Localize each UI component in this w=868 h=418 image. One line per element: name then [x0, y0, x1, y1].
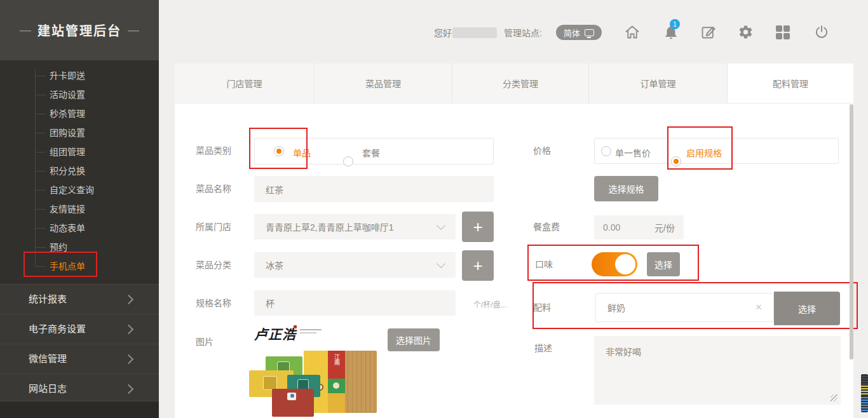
sidebar-section-label: 微信管理: [29, 353, 67, 364]
toggle-knob: [615, 254, 635, 274]
dish-name-label: 菜品名称: [196, 182, 231, 195]
photo-brand-smallprint: [300, 332, 316, 334]
sidebar-item-card-upgrade-gift[interactable]: 升卡即送: [0, 66, 159, 85]
spec-name-input[interactable]: 杯: [254, 290, 456, 316]
settings-gear-icon[interactable]: [738, 24, 754, 40]
store-select[interactable]: 青青原上草2,青青原上草咖啡厅1: [254, 214, 456, 239]
sidebar-item-friend-links[interactable]: 友情链接: [0, 199, 159, 219]
sidebar-item-flash-sale[interactable]: 秒杀管理: [0, 104, 159, 123]
apps-grid-icon[interactable]: [776, 25, 790, 39]
tab-dish-management[interactable]: 菜品管理: [315, 64, 452, 103]
plus-icon: +: [473, 219, 482, 235]
photo-box-text: 江南: [334, 354, 339, 365]
choose-spec-button[interactable]: 选择规格: [594, 176, 658, 201]
photo-brand-seal: [294, 325, 297, 328]
radio-set-meal-label[interactable]: 套餐: [362, 146, 380, 159]
flavor-choose-button[interactable]: 选择: [647, 252, 680, 276]
sidebar-sections: 统计报表 电子商务设置 微信管理 网站日志: [0, 284, 159, 403]
chevron-right-icon: [124, 325, 134, 335]
box-fee-input[interactable]: 0.00 元/份: [594, 215, 684, 239]
greeting-text: 您好: [434, 27, 452, 39]
manage-site-label: 管理站点:: [504, 27, 542, 39]
choose-image-button[interactable]: 选择图片: [388, 328, 440, 351]
language-pill-label: 简体: [564, 27, 580, 39]
category-label: 菜品分类: [196, 259, 231, 271]
app-title: 建站管理后台: [37, 21, 121, 39]
chevron-right-icon: [124, 354, 134, 365]
sidebar-item-reservation[interactable]: 预约: [0, 238, 159, 257]
spec-name-hint: 个/杯/盘...: [473, 299, 507, 309]
radio-enable-specs-label[interactable]: 启用规格: [686, 146, 722, 159]
language-pill-button[interactable]: 简体: [556, 25, 602, 40]
photo-brand-text: 卢正浩: [254, 324, 296, 343]
sidebar-item-custom-query[interactable]: 自定义查询: [0, 180, 159, 199]
store-label: 所属门店: [196, 220, 231, 233]
stripe-segment-gray: [861, 374, 868, 384]
tab-order-management[interactable]: 订单管理: [589, 64, 728, 103]
tab-store-management[interactable]: 门店管理: [175, 64, 315, 103]
radio-single-price-label[interactable]: 单一售价: [615, 146, 651, 159]
sidebar-item-group-buy[interactable]: 团购设置: [0, 123, 159, 142]
radio-single-item[interactable]: [274, 146, 284, 156]
dish-photo: 卢正浩 江南: [248, 323, 384, 418]
radio-single-price[interactable]: [601, 146, 611, 156]
dish-type-group: 单品 套餐: [254, 138, 494, 165]
clear-icon[interactable]: ×: [756, 301, 762, 314]
chevron-down-icon: [437, 221, 445, 230]
sidebar-section-label: 网站日志: [29, 383, 67, 394]
panel-scrollbar-thumb[interactable]: [850, 104, 853, 360]
sidebar-section-label: 统计报表: [29, 293, 67, 304]
sidebar-item-mobile-ordering[interactable]: 手机点单: [0, 257, 159, 276]
resize-grip[interactable]: [831, 394, 837, 401]
sidebar-section-wechat[interactable]: 微信管理: [0, 344, 159, 374]
image-label: 图片: [196, 335, 214, 348]
flavor-toggle[interactable]: [592, 252, 637, 276]
chevron-down-icon: [437, 259, 445, 268]
power-logout-icon[interactable]: [813, 24, 830, 41]
sidebar-section-statistics[interactable]: 统计报表: [0, 284, 159, 314]
ingredient-label: 配料: [533, 301, 551, 314]
tab-category-management[interactable]: 分类管理: [452, 64, 589, 103]
photo-box-label: [263, 376, 277, 390]
sidebar-item-activity-settings[interactable]: 活动设置: [0, 85, 159, 104]
radio-enable-specs[interactable]: [671, 156, 681, 166]
sidebar-item-points-exchange[interactable]: 积分兑换: [0, 161, 159, 180]
edge-stripe-widget: [861, 374, 868, 412]
sidebar-section-label: 电子商务设置: [29, 323, 86, 334]
home-icon[interactable]: [623, 24, 641, 41]
box-fee-value: 0.00: [603, 222, 620, 233]
ingredient-choose-button[interactable]: 选择: [774, 292, 840, 325]
ingredient-input[interactable]: 鲜奶 ×: [595, 293, 774, 322]
description-textarea[interactable]: 非常好喝: [594, 336, 841, 405]
sidebar: — 建站管理后台 — 升卡即送 活动设置 秒杀管理 团购设置 组团管理 积分兑换…: [0, 0, 159, 418]
sidebar-section-ecommerce[interactable]: 电子商务设置: [0, 314, 159, 344]
grid-square: [783, 25, 790, 32]
stripe-segment-yellow: [861, 384, 868, 396]
category-select-value: 冰茶: [266, 259, 283, 271]
sidebar-item-group-management[interactable]: 组团管理: [0, 142, 159, 161]
photo-crate-yellow-band: [328, 393, 345, 413]
add-category-button[interactable]: +: [462, 250, 494, 281]
photo-brand-smallprint: [300, 329, 322, 330]
dish-name-input[interactable]: 红茶: [254, 176, 494, 202]
sidebar-submenu: 升卡即送 活动设置 秒杀管理 团购设置 组团管理 积分兑换 自定义查询 友情链接…: [0, 60, 159, 276]
radio-single-item-label[interactable]: 单品: [293, 146, 311, 159]
radio-set-meal[interactable]: [343, 156, 353, 166]
description-label: 描述: [534, 342, 552, 354]
sidebar-item-dynamic-forms[interactable]: 动态表单: [0, 219, 159, 238]
grid-square: [783, 33, 790, 39]
notification-badge: 1: [670, 19, 680, 29]
photo-crate-red-band: 江南: [328, 351, 345, 379]
sidebar-section-site-logs[interactable]: 网站日志: [0, 374, 159, 403]
dish-type-label: 菜品类别: [196, 144, 231, 157]
sidebar-footer-strip: [0, 401, 159, 418]
box-fee-label: 餐盒费: [533, 220, 560, 233]
photo-cup-dot: [333, 382, 339, 389]
category-select[interactable]: 冰茶: [254, 252, 456, 278]
chevron-right-icon: [124, 295, 134, 305]
chevron-right-icon: [124, 384, 134, 394]
edit-compose-icon[interactable]: [700, 24, 717, 41]
box-fee-unit: 元/份: [654, 221, 675, 234]
add-store-button[interactable]: +: [462, 212, 494, 242]
tab-ingredient-management[interactable]: 配料管理: [728, 64, 853, 103]
